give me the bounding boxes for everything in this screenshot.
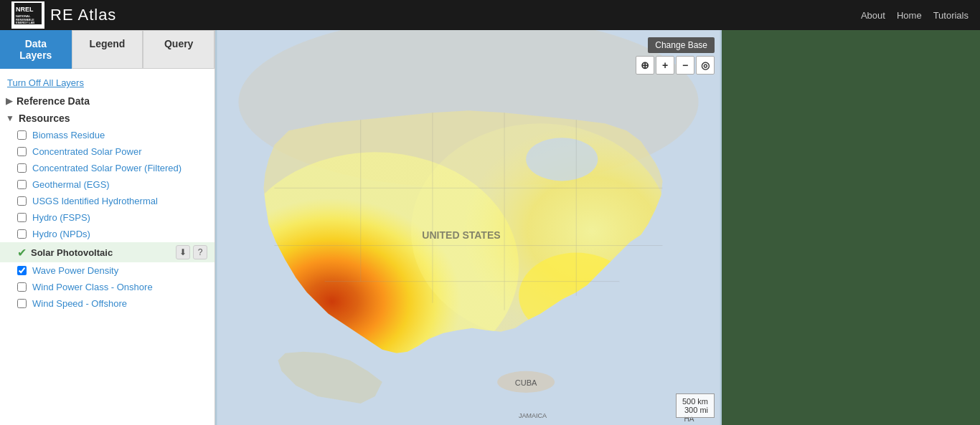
map-area[interactable]: UNITED STATES CUBA HA JAMAICA Change Bas… — [215, 30, 722, 425]
solar-pv-check-icon: ✔ — [17, 246, 27, 259]
layer-label-wave-power: Wave Power Density — [32, 265, 207, 276]
layer-label-csp: Concentrated Solar Power — [32, 146, 207, 157]
checkbox-usgs-hydrothermal[interactable] — [17, 196, 27, 206]
main-layout: DataLayers Legend Query Turn Off All Lay… — [0, 30, 980, 425]
checkbox-hydro-fsps[interactable] — [17, 213, 27, 222]
layer-label-wind-offshore: Wind Speed - Offshore — [32, 298, 207, 309]
layer-usgs-hydrothermal[interactable]: USGS Identified Hydrothermal — [0, 193, 215, 209]
layer-label-geothermal: Geothermal (EGS) — [32, 179, 207, 190]
layer-hydro-fsps[interactable]: Hydro (FSPS) — [0, 209, 215, 226]
reference-data-label: Reference Data — [17, 95, 90, 107]
layer-csp-filtered[interactable]: Concentrated Solar Power (Filtered) — [0, 160, 215, 176]
scale-bar: 500 km 300 mi — [676, 393, 715, 418]
scale-km: 500 km — [682, 397, 708, 406]
svg-text:ENERGY LAB: ENERGY LAB — [16, 21, 34, 24]
change-base-button[interactable]: Change Base — [648, 37, 715, 53]
layer-geothermal[interactable]: Geothermal (EGS) — [0, 176, 215, 193]
layer-hydro-npds[interactable]: Hydro (NPDs) — [0, 226, 215, 242]
top-nav: NREL NATIONAL RENEWABLE ENERGY LAB RE At… — [0, 0, 980, 30]
solar-pv-icons: ⬇ ? — [176, 245, 207, 259]
layer-wind-onshore[interactable]: Wind Power Class - Onshore — [0, 279, 215, 295]
svg-text:NREL: NREL — [16, 6, 34, 13]
app-title: RE Atlas — [50, 6, 116, 24]
zoom-out-button[interactable]: − — [676, 56, 694, 75]
scale-mi: 300 mi — [682, 406, 708, 414]
layer-biomass-residue[interactable]: Biomass Residue — [0, 127, 215, 143]
checkbox-hydro-npds[interactable] — [17, 229, 27, 239]
nav-tutorials[interactable]: Tutorials — [933, 10, 969, 21]
checkbox-csp-filtered[interactable] — [17, 163, 27, 173]
layer-label-biomass-residue: Biomass Residue — [32, 130, 207, 140]
sidebar-tabs: DataLayers Legend Query — [0, 30, 215, 69]
nrel-logo: NREL NATIONAL RENEWABLE ENERGY LAB RE At… — [11, 1, 116, 28]
info-icon[interactable]: ? — [193, 245, 207, 259]
layer-label-hydro-npds: Hydro (NPDs) — [32, 229, 207, 239]
sidebar-content: Turn Off All Layers ▶ Reference Data ▼ R… — [0, 69, 215, 425]
layer-label-hydro-fsps: Hydro (FSPS) — [32, 212, 207, 223]
tab-query[interactable]: Query — [143, 30, 215, 69]
checkbox-biomass-residue[interactable] — [17, 130, 27, 140]
zoom-magnify-button[interactable]: ⊕ — [636, 56, 654, 75]
right-panel — [722, 30, 980, 425]
nav-about[interactable]: About — [861, 10, 885, 21]
checkbox-csp[interactable] — [17, 147, 27, 156]
layer-csp[interactable]: Concentrated Solar Power — [0, 143, 215, 160]
layer-label-solar-pv: Solar Photovoltaic — [31, 247, 176, 258]
nav-links: About Home Tutorials — [861, 10, 969, 21]
layer-label-wind-onshore: Wind Power Class - Onshore — [32, 282, 207, 292]
download-icon[interactable]: ⬇ — [176, 245, 190, 259]
nav-home[interactable]: Home — [897, 10, 922, 21]
resources-arrow: ▼ — [6, 113, 14, 123]
layer-label-csp-filtered: Concentrated Solar Power (Filtered) — [32, 163, 207, 173]
layer-solar-pv[interactable]: ✔ Solar Photovoltaic ⬇ ? — [0, 242, 215, 262]
svg-text:UNITED STATES: UNITED STATES — [422, 229, 500, 241]
layer-wind-offshore[interactable]: Wind Speed - Offshore — [0, 295, 215, 312]
layer-wave-power[interactable]: Wave Power Density — [0, 262, 215, 279]
checkbox-wind-offshore[interactable] — [17, 299, 27, 308]
map-svg: UNITED STATES CUBA HA JAMAICA — [215, 30, 722, 425]
zoom-controls: ⊕ + − ◎ — [636, 56, 715, 75]
tab-legend[interactable]: Legend — [72, 30, 143, 69]
layer-label-usgs-hydrothermal: USGS Identified Hydrothermal — [32, 196, 207, 206]
reference-data-arrow: ▶ — [6, 96, 12, 106]
nrel-logo-box: NREL NATIONAL RENEWABLE ENERGY LAB — [11, 1, 44, 28]
section-reference-data[interactable]: ▶ Reference Data — [0, 92, 215, 110]
turn-off-all-layers[interactable]: Turn Off All Layers — [0, 73, 215, 92]
svg-point-10 — [526, 138, 598, 181]
svg-text:CUBA: CUBA — [515, 378, 537, 387]
tab-data-layers[interactable]: DataLayers — [0, 30, 72, 69]
map-controls: Change Base ⊕ + − ◎ — [636, 37, 715, 75]
zoom-in-button[interactable]: + — [656, 56, 674, 75]
section-resources[interactable]: ▼ Resources — [0, 110, 215, 127]
resources-label: Resources — [19, 113, 70, 124]
checkbox-geothermal[interactable] — [17, 180, 27, 189]
zoom-compass-button[interactable]: ◎ — [696, 56, 715, 75]
sidebar: DataLayers Legend Query Turn Off All Lay… — [0, 30, 215, 425]
checkbox-wave-power[interactable] — [17, 266, 27, 275]
checkbox-wind-onshore[interactable] — [17, 282, 27, 292]
svg-text:JAMAICA: JAMAICA — [519, 412, 547, 419]
